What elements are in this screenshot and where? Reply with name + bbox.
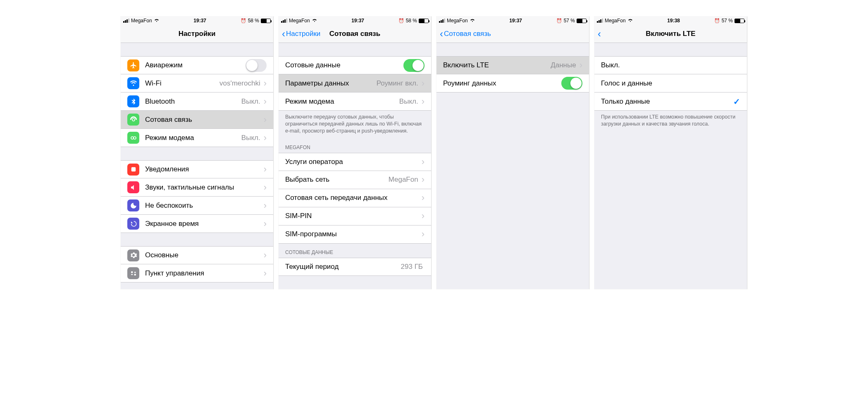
hotspot-label: Режим модема — [145, 134, 241, 142]
row-cellular-network[interactable]: Сотовая сеть передачи данных › — [279, 189, 431, 207]
row-lte-voice-data[interactable]: Голос и данные — [594, 74, 747, 93]
alarm-icon: ⏰ — [556, 18, 562, 24]
signal-icon — [281, 19, 287, 23]
row-airplane[interactable]: Авиарежим — [121, 56, 273, 74]
data-options-value: Роуминг вкл. — [377, 79, 418, 88]
chevron-right-icon: › — [264, 250, 267, 261]
clock: 19:38 — [667, 18, 680, 24]
wifi-value: vos'merochki — [219, 79, 260, 88]
row-enable-lte[interactable]: Включить LTE Данные › — [436, 56, 589, 74]
svg-point-5 — [134, 273, 136, 275]
row-current-period[interactable]: Текущий период 293 ГБ — [279, 258, 431, 276]
navbar: ‹ Включить LTE — [594, 25, 747, 43]
enable-lte-label: Включить LTE — [443, 61, 551, 69]
screen-settings: MegaFon 19:37 ⏰ 58 % Настройки Авиарежим… — [121, 17, 274, 289]
chevron-right-icon: › — [264, 114, 267, 125]
cellular-data-note: Выключите передачу сотовых данных, чтобы… — [279, 111, 431, 139]
row-general[interactable]: Основные › — [121, 246, 273, 264]
row-sim-pin[interactable]: SIM-PIN › — [279, 207, 431, 225]
svg-point-1 — [134, 137, 136, 139]
chevron-right-icon: › — [264, 218, 267, 229]
chevron-right-icon: › — [264, 200, 267, 211]
row-wifi[interactable]: Wi-Fi vos'merochki › — [121, 74, 273, 93]
chevron-right-icon: › — [422, 96, 424, 107]
chevron-right-icon: › — [264, 268, 267, 279]
wifi-icon — [627, 18, 633, 24]
sounds-icon — [127, 181, 139, 193]
bluetooth-icon — [127, 95, 139, 107]
airplane-toggle[interactable] — [246, 59, 267, 72]
battery-pct: 57 % — [564, 18, 575, 24]
back-button[interactable]: ‹ Сотовая связь — [440, 29, 491, 39]
row-dnd[interactable]: Не беспокоить › — [121, 197, 273, 215]
row-sounds[interactable]: Звуки, тактильные сигналы › — [121, 178, 273, 197]
wifi-icon — [312, 18, 317, 24]
back-label: Сотовая связь — [444, 30, 491, 38]
roaming-label: Роуминг данных — [443, 79, 561, 88]
carrier-label: MegaFon — [289, 18, 310, 24]
svg-rect-2 — [131, 167, 136, 172]
row-screentime[interactable]: Экранное время › — [121, 215, 273, 233]
hotspot-value: Выкл. — [241, 134, 260, 142]
row-hotspot[interactable]: Режим модема Выкл. › — [121, 129, 273, 147]
cellular-icon — [127, 114, 139, 126]
cellular-data-toggle[interactable] — [403, 59, 424, 72]
screentime-icon — [127, 218, 139, 230]
row-lte-off[interactable]: Выкл. — [594, 56, 747, 74]
battery-icon — [577, 19, 587, 23]
clock: 19:37 — [351, 18, 364, 24]
chevron-right-icon: › — [264, 164, 267, 175]
lte-data-only-label: Только данные — [601, 97, 733, 106]
chevron-right-icon: › — [579, 60, 582, 71]
bluetooth-label: Bluetooth — [145, 97, 241, 106]
airplane-icon — [127, 59, 139, 71]
general-label: Основные — [145, 251, 262, 259]
page-title: Настройки — [121, 30, 273, 38]
chevron-right-icon: › — [422, 174, 424, 185]
usage-header: СОТОВЫЕ ДАННЫЕ — [279, 244, 431, 258]
svg-rect-6 — [134, 272, 136, 273]
row-control-center[interactable]: Пункт управления › — [121, 264, 273, 282]
sim-pin-label: SIM-PIN — [285, 212, 420, 220]
carrier-label: MegaFon — [605, 18, 626, 24]
hotspot-icon — [127, 132, 139, 144]
row-network-select[interactable]: Выбрать сеть MegaFon › — [279, 171, 431, 189]
chevron-right-icon: › — [422, 192, 424, 203]
cellular-label: Сотовая связь — [145, 116, 262, 124]
wifi-icon — [154, 18, 160, 24]
cellular-data-label: Сотовые данные — [285, 61, 403, 69]
status-bar: MegaFon 19:37 ⏰ 57 % — [436, 17, 589, 25]
row-notifications[interactable]: Уведомления › — [121, 160, 273, 178]
screentime-label: Экранное время — [145, 220, 262, 228]
network-select-label: Выбрать сеть — [285, 176, 389, 184]
notifications-icon — [127, 164, 139, 176]
back-button[interactable]: ‹ — [598, 29, 601, 39]
row-carrier-services[interactable]: Услуги оператора › — [279, 153, 431, 171]
screen-cellular: MegaFon 19:37 ⏰ 58 % ‹ Настройки Сотовая… — [279, 17, 432, 289]
wifi-settings-icon — [127, 77, 139, 89]
navbar: ‹ Настройки Сотовая связь — [279, 25, 431, 43]
battery-icon — [419, 19, 429, 23]
row-cellular[interactable]: Сотовая связь › — [121, 111, 273, 129]
row-lte-data-only[interactable]: Только данные ✓ — [594, 93, 747, 111]
svg-point-3 — [131, 271, 133, 273]
screen-data-options: MegaFon 19:37 ⏰ 57 % ‹ Сотовая связь Вкл… — [436, 17, 589, 289]
row-sim-apps[interactable]: SIM-программы › — [279, 225, 431, 244]
checkmark-icon: ✓ — [733, 97, 740, 107]
row-bluetooth[interactable]: Bluetooth Выкл. › — [121, 93, 273, 111]
hotspot-value: Выкл. — [399, 97, 418, 106]
row-hotspot[interactable]: Режим модема Выкл. › — [279, 93, 431, 111]
chevron-right-icon: › — [264, 96, 267, 107]
row-cellular-data[interactable]: Сотовые данные — [279, 56, 431, 74]
control-center-icon — [127, 267, 139, 279]
signal-icon — [439, 19, 445, 23]
wifi-icon — [470, 18, 475, 24]
status-bar: MegaFon 19:37 ⏰ 58 % — [279, 17, 431, 25]
alarm-icon: ⏰ — [241, 18, 246, 24]
sounds-label: Звуки, тактильные сигналы — [145, 183, 262, 192]
row-data-options[interactable]: Параметры данных Роуминг вкл. › — [279, 74, 431, 93]
roaming-toggle[interactable] — [561, 77, 582, 90]
row-roaming[interactable]: Роуминг данных — [436, 74, 589, 93]
data-options-label: Параметры данных — [285, 79, 377, 88]
back-button[interactable]: ‹ Настройки — [282, 29, 320, 39]
